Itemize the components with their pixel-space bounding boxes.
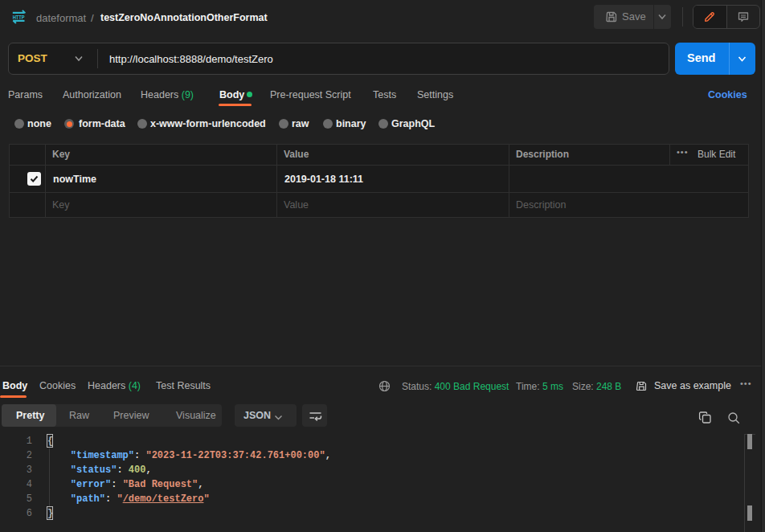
svg-text:HTTP: HTTP — [13, 14, 25, 21]
